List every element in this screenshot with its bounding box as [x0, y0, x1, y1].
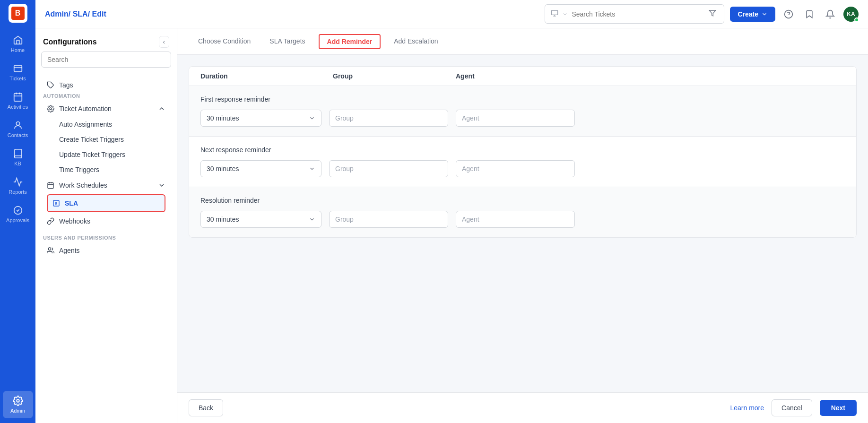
search-input[interactable] — [572, 10, 703, 18]
nav-label-tickets: Tickets — [9, 76, 26, 81]
nav-item-approvals[interactable]: Approvals — [3, 200, 33, 228]
tab-sla-targets[interactable]: SLA Targets — [260, 30, 314, 53]
sla-icon — [52, 199, 60, 207]
filter-button[interactable] — [707, 8, 718, 20]
sidebar-automation-section: Tags AUTOMATION Ticket Automation Auto A… — [35, 73, 177, 231]
svg-point-4 — [17, 399, 19, 402]
nav-item-reports[interactable]: Reports — [3, 172, 33, 199]
first-response-group-input[interactable]: Group — [329, 110, 448, 127]
sidebar-item-sla[interactable]: SLA — [47, 194, 165, 212]
svg-point-12 — [48, 248, 51, 250]
sidebar-automation-label: AUTOMATION — [41, 93, 171, 99]
next-response-title: Next response reminder — [200, 146, 845, 154]
nav-item-contacts[interactable]: Contacts — [3, 115, 33, 143]
first-response-section: First response reminder 30 minutes Group… — [189, 86, 856, 137]
search-bar[interactable] — [545, 4, 724, 24]
notification-button[interactable] — [823, 8, 838, 21]
svg-rect-5 — [552, 10, 558, 15]
sidebar-item-webhooks[interactable]: Webhooks — [41, 213, 171, 229]
nav-item-home[interactable]: Home — [3, 30, 33, 58]
next-response-agent-input[interactable]: Agent — [456, 160, 575, 177]
first-response-row: 30 minutes Group Agent — [200, 110, 845, 127]
sidebar-title: Configurations — [43, 38, 97, 46]
sidebar-collapse-button[interactable]: ‹ — [159, 36, 169, 48]
sidebar-item-tags[interactable]: Tags — [41, 77, 171, 93]
sidebar-item-ticket-automation[interactable]: Ticket Automation — [41, 101, 171, 117]
nav-label-approvals: Approvals — [6, 217, 29, 223]
main-content: Choose Condition SLA Targets Add Reminde… — [177, 28, 868, 423]
sidebar-item-time-triggers[interactable]: Time Triggers — [41, 162, 171, 177]
create-chevron-icon — [761, 11, 768, 17]
learn-more-button[interactable]: Learn more — [730, 404, 764, 412]
next-button[interactable]: Next — [820, 400, 857, 416]
avatar[interactable]: KA — [843, 7, 859, 22]
next-duration-chevron-icon — [309, 165, 315, 172]
nav-label-reports: Reports — [9, 189, 27, 195]
monitor-icon — [551, 9, 558, 18]
bookmark-button[interactable] — [802, 8, 817, 21]
top-header: Admin/ SLA/ Edit Create KA — [35, 0, 868, 28]
svg-rect-1 — [14, 94, 22, 102]
sidebar-item-auto-assignments[interactable]: Auto Assignments — [41, 117, 171, 132]
nav-label-kb: KB — [14, 161, 21, 166]
tab-add-reminder[interactable]: Add Reminder — [319, 34, 381, 49]
resolution-group-input[interactable]: Group — [329, 211, 448, 228]
resolution-duration-select[interactable]: 30 minutes — [200, 211, 321, 228]
sidebar-header: Configurations ‹ — [35, 28, 177, 52]
dropdown-icon — [562, 11, 568, 17]
svg-point-2 — [16, 122, 19, 125]
webhook-icon — [47, 217, 54, 225]
first-response-duration-select[interactable]: 30 minutes — [200, 110, 321, 127]
notification-icon — [825, 9, 835, 19]
nav-label-activities: Activities — [8, 104, 28, 110]
nav-item-tickets[interactable]: Tickets — [3, 59, 33, 86]
resolution-duration-value: 30 minutes — [207, 216, 239, 223]
automation-icon — [47, 105, 54, 112]
home-icon — [13, 35, 23, 45]
table-header: Duration Group Agent — [189, 67, 856, 86]
chevron-down-icon — [158, 181, 165, 189]
nav-label-admin: Admin — [10, 408, 25, 414]
svg-rect-0 — [14, 66, 22, 72]
col-agent: Agent — [456, 72, 579, 80]
duration-chevron-icon — [309, 115, 315, 121]
breadcrumb: Admin/ SLA/ Edit — [45, 10, 539, 18]
back-button[interactable]: Back — [189, 399, 223, 416]
svg-marker-6 — [710, 10, 716, 16]
nav-item-admin[interactable]: Admin — [3, 391, 33, 418]
first-response-title: First response reminder — [200, 95, 845, 103]
main-container: Admin/ SLA/ Edit Create KA — [35, 0, 868, 423]
form-area: Duration Group Agent First response remi… — [177, 55, 868, 392]
sidebar-item-update-ticket-triggers[interactable]: Update Ticket Triggers — [41, 147, 171, 162]
tab-add-escalation[interactable]: Add Escalation — [384, 30, 447, 53]
sidebar-item-create-ticket-triggers[interactable]: Create Ticket Triggers — [41, 132, 171, 147]
reports-icon — [13, 177, 23, 187]
svg-point-9 — [50, 108, 52, 110]
svg-rect-10 — [48, 183, 53, 189]
tickets-icon — [13, 63, 23, 74]
footer-bar: Back Learn more Cancel Next — [177, 392, 868, 423]
first-response-agent-input[interactable]: Agent — [456, 110, 575, 127]
ticket-automation-label: Ticket Automation — [59, 105, 112, 112]
app-logo[interactable]: B — [9, 4, 27, 23]
next-response-row: 30 minutes Group Agent — [200, 160, 845, 177]
next-response-duration-select[interactable]: 30 minutes — [200, 160, 321, 177]
help-button[interactable] — [781, 8, 796, 21]
col-group: Group — [333, 72, 456, 80]
reminder-card: Duration Group Agent First response remi… — [189, 66, 857, 238]
sidebar-item-agents[interactable]: Agents — [41, 242, 171, 259]
create-button[interactable]: Create — [730, 7, 775, 22]
nav-item-activities[interactable]: Activities — [3, 87, 33, 114]
sidebar-search-input[interactable] — [41, 52, 171, 68]
tab-choose-condition[interactable]: Choose Condition — [189, 30, 260, 53]
resolution-section: Resolution reminder 30 minutes Group Age… — [189, 187, 856, 237]
admin-icon — [13, 396, 23, 406]
nav-item-kb[interactable]: KB — [3, 144, 33, 171]
next-response-group-input[interactable]: Group — [329, 160, 448, 177]
filter-icon — [709, 9, 716, 17]
resolution-agent-input[interactable]: Agent — [456, 211, 575, 228]
sidebar-users-section: USERS AND PERMISSIONS Agents — [35, 231, 177, 260]
sidebar-item-work-schedules[interactable]: Work Schedules — [41, 177, 171, 193]
contacts-icon — [13, 120, 23, 130]
cancel-button[interactable]: Cancel — [772, 399, 812, 416]
